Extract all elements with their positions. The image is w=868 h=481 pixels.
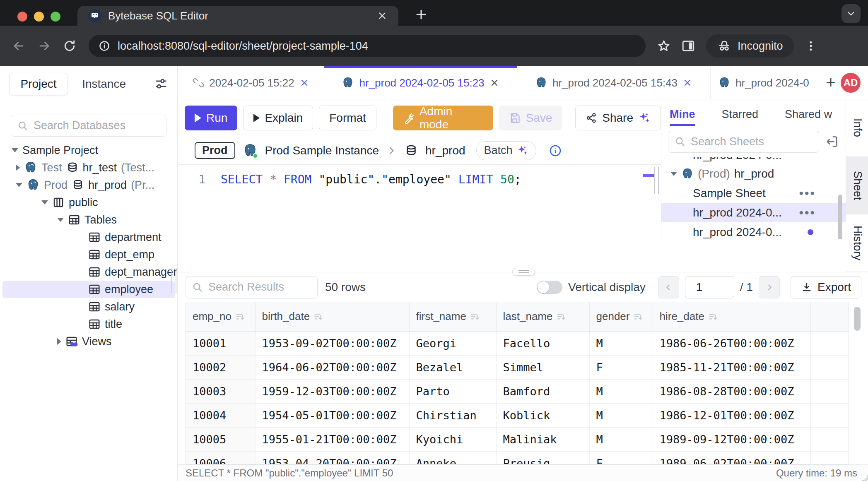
tab-search-button[interactable] xyxy=(841,4,861,23)
tab-info[interactable]: Info xyxy=(846,99,868,157)
results-search[interactable] xyxy=(186,276,318,298)
code-line: 1 SELECT*FROM"public"."employee"LIMIT50; xyxy=(178,165,661,188)
format-button[interactable]: Format xyxy=(319,106,376,130)
sheet-group-row[interactable]: (Prod) hr_prod xyxy=(661,164,846,183)
postgres-icon xyxy=(681,168,694,180)
results-scrollbar[interactable] xyxy=(854,307,861,331)
tree-table-title[interactable]: title xyxy=(0,315,177,333)
page-number-input[interactable] xyxy=(685,276,734,298)
sheet-item-clipped[interactable]: hr_prod 2024-0... xyxy=(661,157,846,164)
tree-test-db-row[interactable]: Test hr_test (Test... xyxy=(0,159,177,176)
close-tab-icon[interactable] xyxy=(377,10,388,21)
run-button[interactable]: Run xyxy=(185,106,237,130)
tree-tables-row[interactable]: Tables xyxy=(0,211,177,228)
column-header-last_name[interactable]: last_name xyxy=(496,302,589,331)
sheet-tab-1[interactable]: 2024-02-05 15:22 xyxy=(178,66,324,99)
tab-sheet[interactable]: Sheet xyxy=(846,157,868,214)
panel-resize-handle[interactable] xyxy=(654,167,659,194)
column-header-gender[interactable]: gender xyxy=(589,302,653,331)
tab-history[interactable]: History xyxy=(846,214,868,272)
tree-project-row[interactable]: Sample Project xyxy=(0,142,177,159)
caret-down-icon[interactable] xyxy=(670,172,677,176)
back-button[interactable] xyxy=(12,39,26,53)
sheet-search-input[interactable] xyxy=(691,135,813,148)
url-bar[interactable]: localhost:8080/sql-editor/sheet/project-… xyxy=(89,35,646,57)
cell: 10005 xyxy=(186,427,255,451)
explain-button[interactable]: Explain xyxy=(243,106,313,130)
sql-editor[interactable]: 1 SELECT*FROM"public"."employee"LIMIT50; xyxy=(178,165,661,239)
tree-table-department[interactable]: department xyxy=(0,228,177,246)
reload-button[interactable] xyxy=(63,39,76,53)
sheet-tab-2-active[interactable]: hr_prod 2024-02-05 15:23 xyxy=(324,66,517,99)
column-header-birth_date[interactable]: birth_date xyxy=(255,302,409,331)
caret-down-icon[interactable] xyxy=(16,183,22,187)
vertical-display-toggle[interactable] xyxy=(537,281,562,294)
share-button[interactable]: Share xyxy=(575,106,661,130)
tab-mine[interactable]: Mine xyxy=(670,108,695,126)
column-header-first_name[interactable]: first_name xyxy=(409,302,496,331)
panel-drag-handle[interactable] xyxy=(512,268,535,276)
tree-table-salary[interactable]: salary xyxy=(0,298,177,315)
tree-views-row[interactable]: Views xyxy=(0,333,177,350)
maximize-window-button[interactable] xyxy=(51,12,60,22)
caret-down-icon[interactable] xyxy=(57,218,64,222)
new-sheet-button[interactable]: + xyxy=(819,66,842,99)
sidebar-resize-handle[interactable] xyxy=(171,268,176,293)
close-window-button[interactable] xyxy=(17,12,27,22)
window-controls[interactable] xyxy=(17,12,60,22)
new-tab-button[interactable] xyxy=(414,7,428,22)
sheet-item[interactable]: Sample Sheet ••• xyxy=(661,183,846,203)
column-header-hire_date[interactable]: hire_date xyxy=(653,302,810,331)
results-search-input[interactable] xyxy=(208,281,311,293)
status-bar: SELECT * FROM "public"."employee" LIMIT … xyxy=(178,464,868,481)
views-label: Views xyxy=(82,335,112,348)
browser-menu-icon[interactable] xyxy=(805,40,817,52)
user-avatar[interactable]: AD xyxy=(841,73,861,93)
browser-tab[interactable]: Bytebase SQL Editor xyxy=(77,6,398,26)
sheet-list-scrollbar[interactable] xyxy=(838,195,842,239)
info-icon[interactable] xyxy=(549,144,562,157)
sheet-tab-4[interactable]: hr_prod 2024-0 xyxy=(711,66,819,99)
bookmark-star-icon[interactable] xyxy=(657,39,670,53)
tree-schema-row[interactable]: public xyxy=(0,194,177,211)
caret-right-icon[interactable] xyxy=(16,164,20,171)
export-button[interactable]: Export xyxy=(791,276,861,298)
database-search[interactable] xyxy=(11,115,166,137)
sheet-item[interactable]: hr_prod 2024-0... xyxy=(661,222,846,239)
sheet-search[interactable] xyxy=(668,131,819,153)
collapse-panel-icon[interactable] xyxy=(825,135,839,149)
caret-down-icon[interactable] xyxy=(12,148,18,152)
tree-table-employee-selected[interactable]: employee xyxy=(2,281,175,298)
tab-instance[interactable]: Instance xyxy=(82,77,126,91)
tab-shared[interactable]: Shared w xyxy=(785,108,832,126)
tab-starred[interactable]: Starred xyxy=(722,108,759,126)
tree-prod-db-row[interactable]: Prod hr_prod (Pr... xyxy=(0,176,177,194)
close-icon[interactable] xyxy=(299,78,309,88)
save-button[interactable]: Save xyxy=(499,106,562,130)
caret-down-icon[interactable] xyxy=(41,200,48,204)
explain-label: Explain xyxy=(265,111,303,125)
database-search-input[interactable] xyxy=(34,119,160,132)
sheet-tab-3[interactable]: hr_prod 2024-02-05 15:43 xyxy=(517,66,711,99)
side-panel-icon[interactable] xyxy=(681,39,695,53)
admin-mode-button[interactable]: Admin mode xyxy=(393,106,494,130)
instance-name[interactable]: Prod Sample Instance xyxy=(265,144,379,157)
tree-table-dept-manager[interactable]: dept_manager xyxy=(0,263,177,281)
batch-button[interactable]: Batch xyxy=(476,141,536,160)
postgres-icon xyxy=(535,77,547,89)
sheet-item-selected[interactable]: hr_prod 2024-0... ••• xyxy=(661,203,846,222)
close-icon[interactable] xyxy=(489,78,499,88)
tab-project[interactable]: Project xyxy=(9,73,68,95)
caret-right-icon[interactable] xyxy=(57,338,61,345)
forward-button[interactable] xyxy=(37,39,51,53)
minimize-window-button[interactable] xyxy=(34,12,44,22)
column-header-emp_no[interactable]: emp_no xyxy=(186,302,255,331)
tree-table-dept-emp[interactable]: dept_emp xyxy=(0,246,177,263)
database-name[interactable]: hr_prod xyxy=(425,144,465,157)
site-info-icon[interactable] xyxy=(99,40,110,52)
next-page-button[interactable] xyxy=(759,276,780,298)
prev-page-button[interactable] xyxy=(658,276,679,298)
window-resize-grip[interactable] xyxy=(859,472,868,481)
close-icon[interactable] xyxy=(682,78,692,88)
filter-settings-icon[interactable] xyxy=(154,77,168,91)
